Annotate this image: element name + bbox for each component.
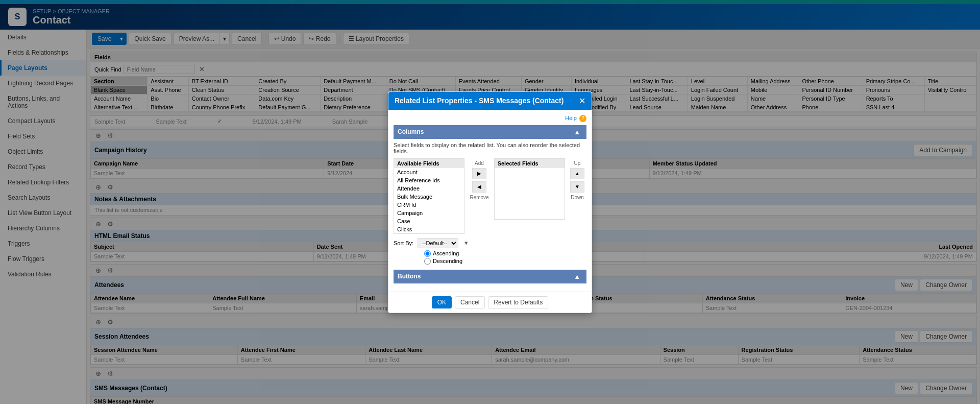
selected-fields-box: Selected Fields bbox=[494, 158, 565, 220]
descending-radio-label[interactable]: Descending bbox=[424, 258, 586, 265]
buttons-section-bar: Buttons ▲ bbox=[394, 270, 586, 283]
modal-cancel-button[interactable]: Cancel bbox=[455, 296, 485, 308]
descending-radio[interactable] bbox=[424, 258, 431, 265]
remove-label: Remove bbox=[470, 195, 488, 200]
modal-close-button[interactable]: ✕ bbox=[579, 96, 585, 106]
modal-help-row: Help ? bbox=[394, 115, 586, 122]
list-item[interactable]: CRM Id bbox=[394, 201, 464, 209]
selected-fields-header: Selected Fields bbox=[495, 159, 565, 168]
columns-description: Select fields to display on the related … bbox=[394, 142, 586, 154]
remove-field-button[interactable]: ◀ bbox=[472, 181, 486, 193]
move-up-button[interactable]: ▲ bbox=[570, 168, 584, 179]
modal-ok-button[interactable]: OK bbox=[432, 296, 452, 308]
sort-by-select[interactable]: --Default-- bbox=[418, 238, 458, 248]
ascending-radio-label[interactable]: Ascending bbox=[424, 250, 586, 257]
sort-by-label: Sort By: bbox=[394, 240, 413, 246]
help-link[interactable]: Help ? bbox=[565, 115, 586, 121]
ascending-label: Ascending bbox=[433, 250, 459, 256]
columns-layout: Available Fields Account All Reference I… bbox=[394, 158, 586, 234]
descending-label: Descending bbox=[433, 258, 462, 264]
move-down-button[interactable]: ▼ bbox=[570, 181, 584, 193]
list-item[interactable]: All Reference Ids bbox=[394, 176, 464, 184]
buttons-section-label: Buttons bbox=[398, 273, 421, 280]
related-list-properties-modal: Related List Properties - SMS Messages (… bbox=[388, 91, 592, 313]
sort-dropdown-button[interactable]: ▾ bbox=[462, 238, 470, 248]
sort-order-group: Ascending Descending bbox=[424, 250, 586, 265]
modal-revert-button[interactable]: Revert to Defaults bbox=[488, 296, 548, 308]
list-item[interactable]: Case bbox=[394, 217, 464, 225]
modal-header: Related List Properties - SMS Messages (… bbox=[388, 92, 592, 110]
list-item[interactable]: Campaign bbox=[394, 209, 464, 217]
columns-section-label: Columns bbox=[398, 128, 424, 135]
modal-title: Related List Properties - SMS Messages (… bbox=[395, 97, 564, 105]
move-buttons-group: Add ▶ ◀ Remove bbox=[468, 158, 491, 202]
list-item[interactable]: Account bbox=[394, 168, 464, 176]
help-icon: ? bbox=[579, 115, 586, 122]
available-fields-box: Available Fields Account All Reference I… bbox=[394, 158, 464, 234]
columns-section-toggle[interactable]: ▲ bbox=[572, 127, 582, 137]
list-item[interactable]: Bulk Message bbox=[394, 193, 464, 201]
available-fields-header: Available Fields bbox=[394, 159, 464, 168]
columns-section-bar: Columns ▲ bbox=[394, 125, 586, 139]
modal-footer: OK Cancel Revert to Defaults bbox=[388, 292, 592, 313]
modal-body: Help ? Columns ▲ Select fields to displa… bbox=[388, 110, 592, 289]
modal-overlay[interactable]: Related List Properties - SMS Messages (… bbox=[0, 0, 980, 404]
updown-buttons-group: Up ▲ ▼ Down bbox=[568, 158, 586, 202]
list-item[interactable]: Attendee bbox=[394, 184, 464, 193]
add-field-button[interactable]: ▶ bbox=[472, 168, 486, 179]
sort-by-row: Sort By: --Default-- ▾ bbox=[394, 238, 586, 248]
add-label: Add bbox=[475, 160, 484, 166]
buttons-section-toggle[interactable]: ▲ bbox=[572, 272, 582, 281]
down-label: Down bbox=[571, 195, 584, 200]
up-label: Up bbox=[574, 160, 581, 166]
list-item[interactable]: Clicks bbox=[394, 225, 464, 233]
ascending-radio[interactable] bbox=[424, 250, 431, 257]
